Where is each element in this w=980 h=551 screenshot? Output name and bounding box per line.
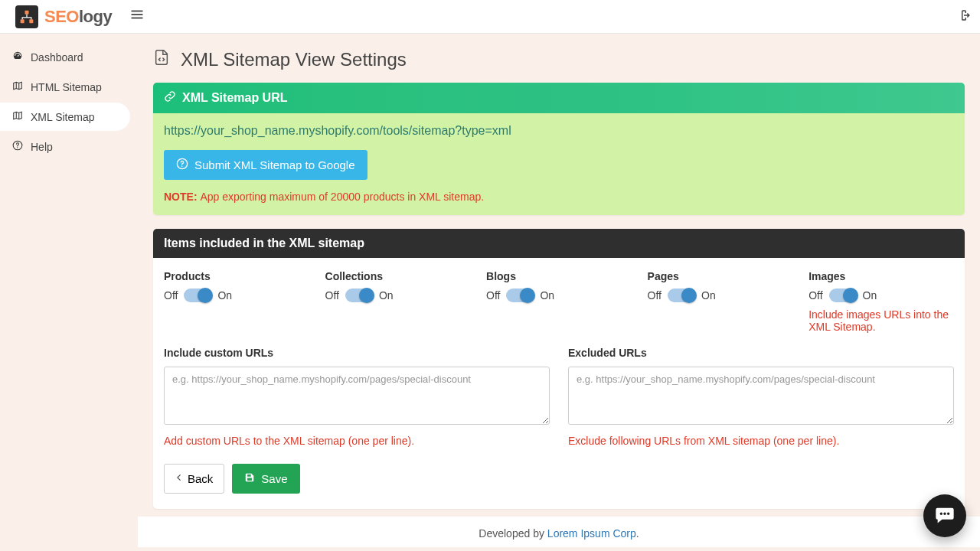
back-button-label: Back [188,472,213,485]
main: XML Sitemap View Settings XML Sitemap UR… [138,34,980,517]
switch[interactable] [668,289,695,302]
sidebar-item-help[interactable]: Help [0,132,130,161]
svg-point-12 [947,512,949,514]
sidebar-item-dashboard[interactable]: Dashboard [0,43,130,71]
save-button-label: Save [261,472,287,485]
brand-logo-icon [15,5,38,28]
svg-rect-0 [25,10,29,14]
footer: Developed by Lorem Ipsum Corp. [138,517,980,547]
svg-point-10 [940,512,942,514]
hamburger-icon[interactable] [130,8,144,25]
chat-fab[interactable] [923,494,966,537]
save-button[interactable]: Save [232,464,299,494]
switch[interactable] [345,289,373,302]
topbar: SEOlogy [0,0,980,34]
toggle-control: Off On [808,289,954,302]
xml-url-card-title: XML Sitemap URL [182,91,288,105]
svg-rect-1 [21,19,24,23]
brand-rest: logy [79,7,112,26]
switch-knob [198,288,213,303]
exclude-urls-help: Exclude following URLs from XML sitemap … [568,435,954,447]
urls-row: Include custom URLs Add custom URLs to t… [164,347,954,447]
xml-url-card-body: https://your_shop_name.myshopify.com/too… [153,113,965,215]
brand-text: SEOlogy [44,7,112,27]
toggle-products: Products Off On [164,270,309,333]
switch[interactable] [506,289,534,302]
svg-point-9 [181,166,183,168]
toggle-control: Off On [648,289,793,302]
sidebar-item-label: Help [31,141,53,153]
switch-knob [359,288,374,303]
toggle-label: Pages [648,270,793,282]
svg-rect-2 [29,19,33,23]
include-urls-help: Add custom URLs to the XML sitemap (one … [164,435,550,447]
toggle-off-label: Off [164,289,178,302]
items-card-body: Products Off On Collections Off On [153,258,965,509]
switch-knob [520,288,535,303]
map-icon [12,110,23,123]
toggle-blogs: Blogs Off On [486,270,632,333]
chevron-left-icon [175,472,183,485]
footer-link[interactable]: Lorem Ipsum Corp [547,527,636,540]
logout-icon[interactable] [957,8,971,24]
toggle-off-label: Off [325,289,339,302]
toggles-row: Products Off On Collections Off On [164,270,954,333]
svg-point-11 [943,512,946,514]
sitemap-url-link[interactable]: https://your_shop_name.myshopify.com/too… [164,124,954,138]
brand-accent: SEO [44,7,79,26]
include-urls-col: Include custom URLs Add custom URLs to t… [164,347,550,447]
footer-pre: Developed by [479,527,547,540]
items-card: Items included in the XML sitemap Produc… [153,229,965,509]
exclude-urls-label: Excluded URLs [568,347,954,359]
exclude-urls-input[interactable] [568,367,954,425]
brand[interactable]: SEOlogy [0,5,112,28]
map-icon [12,80,23,93]
sidebar-item-label: XML Sitemap [31,111,95,123]
switch-knob [843,288,858,303]
exclude-urls-col: Excluded URLs Exclude following URLs fro… [568,347,954,447]
topbar-left: SEOlogy [0,5,144,28]
toggle-help: Include images URLs into the XML Sitemap… [808,308,954,333]
toggle-label: Collections [325,270,471,282]
file-code-icon [153,49,170,70]
toggle-control: Off On [164,289,309,302]
include-urls-input[interactable] [164,367,550,425]
submit-sitemap-label: Submit XML Sitemap to Google [194,158,355,171]
save-icon [244,472,255,485]
include-urls-label: Include custom URLs [164,347,550,359]
items-card-header: Items included in the XML sitemap [153,229,965,258]
switch-knob [681,288,697,303]
chat-icon [934,504,956,528]
toggle-control: Off On [325,289,471,302]
svg-point-7 [17,147,18,148]
sidebar-item-html-sitemap[interactable]: HTML Sitemap [0,73,130,101]
sidebar-item-xml-sitemap[interactable]: XML Sitemap [0,103,130,131]
note-line: NOTE: App exporting maximum of 20000 pro… [164,191,954,203]
toggle-label: Products [164,270,309,282]
toggle-on-label: On [863,289,877,302]
question-icon [12,140,23,153]
toggle-images: Images Off On Include images URLs into t… [808,270,954,333]
back-button[interactable]: Back [164,464,224,494]
toggle-on-label: On [701,289,716,302]
actions-row: Back Save [164,464,954,494]
toggle-label: Images [808,270,954,282]
toggle-on-label: On [379,289,394,302]
switch[interactable] [184,289,211,302]
toggle-off-label: Off [486,289,500,302]
link-icon [164,90,176,106]
submit-sitemap-button[interactable]: Submit XML Sitemap to Google [164,150,368,180]
note-text: App exporting maximum of 20000 products … [200,191,484,203]
toggle-label: Blogs [486,270,632,282]
xml-url-card: XML Sitemap URL https://your_shop_name.m… [153,83,965,215]
question-circle-icon [176,158,188,172]
note-label: NOTE: [164,191,200,203]
toggle-collections: Collections Off On [325,270,471,333]
switch[interactable] [829,289,857,302]
page-title: XML Sitemap View Settings [153,49,965,70]
sidebar-item-label: HTML Sitemap [31,81,102,93]
toggle-on-label: On [540,289,554,302]
page-title-text: XML Sitemap View Settings [181,49,407,70]
sidebar: Dashboard HTML Sitemap XML Sitemap Help [0,34,138,547]
toggle-control: Off On [486,289,632,302]
